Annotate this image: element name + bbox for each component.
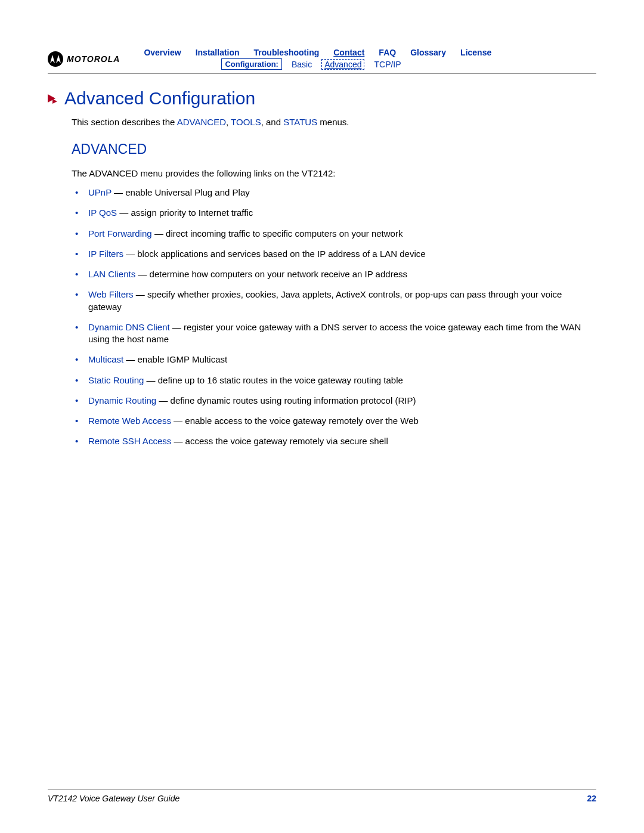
header-divider — [48, 73, 596, 74]
subnav-basic[interactable]: Basic — [292, 60, 312, 69]
intro-link-tools[interactable]: TOOLS — [231, 117, 261, 127]
feature-term[interactable]: Static Routing — [88, 375, 144, 385]
feature-term[interactable]: Remote SSH Access — [88, 436, 171, 446]
feature-port-forwarding: Port Forwarding — direct incoming traffi… — [72, 228, 596, 240]
feature-multicast: Multicast — enable IGMP Multicast — [72, 354, 596, 366]
feature-desc: — define up to 16 static routes in the v… — [144, 375, 402, 385]
subnav-advanced[interactable]: Advanced — [321, 59, 364, 70]
feature-desc: — direct incoming traffic to specific co… — [152, 228, 403, 239]
nav-primary-row: Overview Installation Troubleshooting Co… — [144, 48, 596, 57]
feature-term[interactable]: Web Filters — [88, 289, 134, 299]
feature-term[interactable]: UPnP — [88, 187, 112, 197]
feature-desc: — assign priority to Internet traffic — [117, 208, 253, 218]
footer-page-number: 22 — [587, 794, 596, 803]
nav-faq[interactable]: FAQ — [379, 48, 396, 57]
feature-term[interactable]: IP QoS — [88, 208, 117, 218]
nav-contact[interactable]: Contact — [333, 48, 364, 57]
feature-term[interactable]: IP Filters — [88, 249, 123, 259]
feature-web-filters: Web Filters — specify whether proxies, c… — [72, 289, 596, 313]
nav-glossary[interactable]: Glossary — [410, 48, 446, 57]
feature-ip-filters: IP Filters — block applications and serv… — [72, 248, 596, 260]
top-nav: Overview Installation Troubleshooting Co… — [144, 48, 596, 70]
feature-desc: — determine how computers on your networ… — [135, 269, 407, 279]
brand-name: MOTOROLA — [67, 54, 120, 64]
feature-remote-web: Remote Web Access — enable access to the… — [72, 415, 596, 427]
motorola-batwing-icon — [48, 51, 63, 67]
intro-sep1: , — [226, 117, 231, 127]
intro-prefix: This section describes the — [72, 117, 177, 127]
feature-desc: — define dynamic routes using routing in… — [156, 395, 416, 405]
nav-installation[interactable]: Installation — [196, 48, 240, 57]
feature-desc: — block applications and services based … — [123, 249, 426, 259]
feature-ipqos: IP QoS — assign priority to Internet tra… — [72, 207, 596, 219]
feature-term[interactable]: LAN Clients — [88, 269, 135, 279]
feature-desc: — specify whether proxies, cookies, Java… — [88, 289, 562, 311]
subnav-tcpip[interactable]: TCP/IP — [374, 60, 401, 69]
feature-term[interactable]: Remote Web Access — [88, 416, 171, 426]
intro-paragraph: This section describes the ADVANCED, TOO… — [72, 117, 596, 127]
feature-remote-ssh: Remote SSH Access — access the voice gat… — [72, 435, 596, 447]
footer-guide-title: VT2142 Voice Gateway User Guide — [48, 794, 179, 803]
feature-term[interactable]: Port Forwarding — [88, 228, 152, 239]
nav-configuration-label: Configuration: — [221, 58, 282, 70]
section-lead-text: The ADVANCED menu provides the following… — [72, 168, 596, 178]
nav-secondary-row: Configuration: Basic Advanced TCP/IP — [221, 58, 596, 70]
feature-desc: — enable Universal Plug and Play — [112, 187, 250, 197]
nav-overview[interactable]: Overview — [144, 48, 181, 57]
page-title: Advanced Configuration — [64, 88, 255, 109]
page-footer: VT2142 Voice Gateway User Guide 22 — [48, 789, 596, 803]
feature-desc: — access the voice gateway remotely via … — [171, 436, 388, 446]
section-arrow-icon — [48, 93, 58, 104]
feature-desc: — enable access to the voice gateway rem… — [171, 416, 419, 426]
intro-link-status[interactable]: STATUS — [283, 117, 317, 127]
intro-link-advanced[interactable]: ADVANCED — [177, 117, 226, 127]
page-header: MOTOROLA Overview Installation Troublesh… — [48, 48, 596, 70]
feature-dynamic-routing: Dynamic Routing — define dynamic routes … — [72, 395, 596, 407]
feature-term[interactable]: Dynamic Routing — [88, 395, 156, 405]
nav-license[interactable]: License — [460, 48, 491, 57]
feature-static-routing: Static Routing — define up to 16 static … — [72, 374, 596, 386]
nav-troubleshooting[interactable]: Troubleshooting — [254, 48, 320, 57]
brand-logo: MOTOROLA — [48, 51, 120, 67]
section-heading-advanced: ADVANCED — [72, 141, 596, 157]
feature-term[interactable]: Dynamic DNS Client — [88, 322, 170, 332]
feature-upnp: UPnP — enable Universal Plug and Play — [72, 187, 596, 199]
feature-dynamic-dns: Dynamic DNS Client — register your voice… — [72, 321, 596, 346]
feature-lan-clients: LAN Clients — determine how computers on… — [72, 268, 596, 280]
intro-sep2: , and — [261, 117, 284, 127]
feature-desc: — enable IGMP Multicast — [123, 354, 227, 364]
intro-suffix: menus. — [317, 117, 349, 127]
title-row: Advanced Configuration — [48, 88, 596, 109]
feature-term[interactable]: Multicast — [88, 354, 123, 364]
feature-list: UPnP — enable Universal Plug and Play IP… — [72, 187, 596, 448]
